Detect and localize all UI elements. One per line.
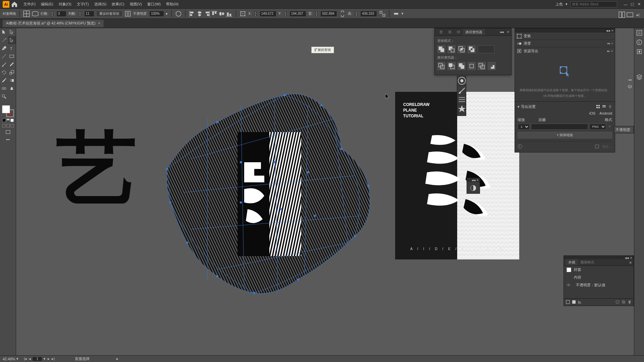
transform-ref-icon[interactable] [239,10,246,17]
h-stepper[interactable]: ▴▾ [354,11,358,16]
tab-align[interactable]: 对 [454,28,463,36]
gradient-expand-icon[interactable]: ◂◂ [607,42,610,45]
lasso-tool[interactable] [8,36,16,44]
document-tab[interactable]: AI教程-艺术创意海报.ai* @ 42.48% (CMYK/GPU 预览) × [3,20,104,27]
scale-select[interactable]: 1x [518,124,530,130]
panel-collapse-icon[interactable]: ◂◂ [500,30,504,34]
appearance-item-row[interactable]: 封套 [564,266,634,274]
draw-normal-icon[interactable] [2,124,6,127]
direct-selection-tool[interactable] [8,28,16,36]
mini-collapse-icon[interactable]: ◂◂ [472,178,476,182]
group-collapse-icon[interactable]: ◂◂ [606,28,610,33]
delete-icon[interactable] [608,105,612,109]
color-swatch-black[interactable] [2,119,6,122]
asset-export-row[interactable]: 资源导出▸▸≡ [515,47,615,55]
page-chevron-icon[interactable]: ▾ [44,357,46,361]
x-input[interactable] [260,11,276,17]
properties-icon[interactable] [636,29,643,36]
info-icon[interactable]: i [518,144,522,149]
color-theme-icon[interactable] [467,182,480,194]
paintbrush-tool[interactable] [0,60,8,68]
tab-transform[interactable]: 变 [437,28,445,36]
rows-stepper[interactable]: ▴▾ [50,11,54,16]
minus-back-icon[interactable] [488,62,496,70]
rectangle-tool[interactable] [8,52,16,60]
eyedropper-tool[interactable] [0,76,8,84]
minus-front-icon[interactable] [447,45,455,53]
rotate-tool[interactable] [0,68,8,76]
floating-mini-panel[interactable]: ◂◂× [467,178,480,194]
remove-scale-icon[interactable]: × [607,124,612,130]
gpu-preview-icon[interactable] [627,11,633,18]
intersect-icon[interactable] [458,45,466,53]
add-effect-icon[interactable]: fx. [578,300,582,304]
type-tool[interactable]: T [8,44,16,52]
side-layers-icon[interactable] [627,84,633,90]
home-icon[interactable] [11,1,17,7]
align-hcenter-icon[interactable] [196,10,203,17]
appearance-opacity-row[interactable]: 不透明度：默认值 [564,281,634,289]
suffix-input[interactable] [531,124,588,130]
x-stepper[interactable]: ▴▾ [254,11,258,16]
align-right-icon[interactable] [204,10,210,17]
group-close-icon[interactable]: × [611,28,613,33]
outline-icon[interactable] [478,62,486,70]
merge-icon[interactable] [458,62,466,70]
menu-type[interactable]: 文字(T) [74,0,92,8]
export-panel-icon[interactable] [636,48,643,55]
isolate-icon[interactable] [393,10,399,17]
gradient-row[interactable]: 渐变◂◂× [515,40,615,47]
menu-select[interactable]: 选择(S) [92,0,109,8]
crop-icon[interactable] [468,62,476,70]
rows-input[interactable] [56,11,66,17]
y-stepper[interactable]: ▴▾ [283,11,287,16]
envelope-options-icon[interactable] [124,10,131,17]
maximize-icon[interactable]: ▢ [630,2,635,7]
brushes-icon[interactable] [457,85,467,95]
menu-help[interactable]: 帮助(H) [163,0,181,8]
cc-libraries-icon[interactable] [457,76,467,85]
h-input[interactable] [360,11,377,17]
prev-page-icon[interactable]: ◂ [29,357,31,361]
last-page-icon[interactable]: ▸| [52,357,55,361]
tab-gradient[interactable]: 渐 [445,28,454,36]
gradient-swatch[interactable] [6,119,10,122]
draw-behind-icon[interactable] [6,124,10,127]
blend-tool[interactable] [0,84,8,93]
unite-icon[interactable] [437,45,445,53]
mini-close-icon[interactable]: × [477,178,479,182]
y-input[interactable] [289,11,306,17]
align-left-icon[interactable] [189,10,196,17]
selection-tool[interactable] [0,28,8,36]
layers-icon[interactable] [636,74,643,80]
asset-hamburger-icon[interactable]: ≡ [611,50,613,53]
shape-props-icon[interactable] [379,10,386,17]
close-icon[interactable]: ✕ [637,2,641,7]
scale-tool[interactable] [8,68,16,76]
appearance-content-row[interactable]: 内容 [564,274,634,281]
draw-inside-icon[interactable] [10,124,14,127]
add-scale-button[interactable]: + 添加缩放 [518,132,612,138]
reset-envelope-button[interactable]: 重设封套形状 [96,11,122,17]
link-wh-icon[interactable] [339,10,346,17]
info-panel-icon[interactable]: i [636,39,643,46]
pencil-tool[interactable] [8,60,16,68]
menu-edit[interactable]: 编辑(E) [38,0,56,8]
align-top-icon[interactable] [211,10,218,17]
line-tool[interactable] [0,52,8,60]
page-input[interactable] [32,357,42,361]
opacity-input[interactable] [149,11,164,17]
new-fill-icon[interactable] [566,300,570,305]
w-input[interactable] [320,11,337,17]
recolor-icon[interactable] [175,10,182,17]
tab-pathfinder[interactable]: 路径查找器 [463,28,485,36]
tab-appearance[interactable]: 外观 [566,259,578,265]
trim-icon[interactable] [447,62,455,70]
search-input[interactable] [570,1,617,7]
upload-label[interactable]: 上色 [555,2,563,7]
menu-view[interactable]: 视图(V) [127,0,145,8]
first-page-icon[interactable]: |◂ [24,357,27,361]
app-close-icon[interactable]: × [630,256,632,259]
divide-icon[interactable] [437,62,445,70]
asset-drop-zone[interactable] [515,55,615,88]
